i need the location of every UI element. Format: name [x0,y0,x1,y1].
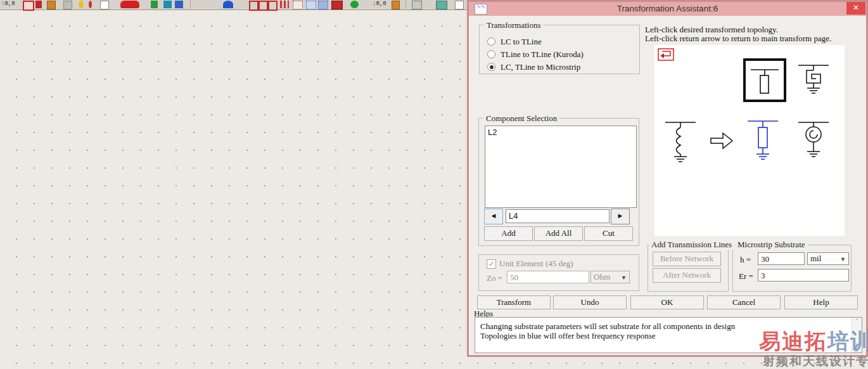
helps-line1: Changing substrate parameters will set s… [480,321,735,332]
add-all-button[interactable]: Add All [534,226,583,241]
toolbar-icon-mesh-blue[interactable] [318,1,328,10]
before-network-button[interactable]: Before Network [653,252,721,266]
transformations-group-label: Transformations [484,20,543,30]
instructions-line2: Left-click return arrow to return to mai… [645,34,831,44]
topology-panel [654,45,845,236]
right-arrow-icon: ► [617,212,624,219]
chevron-down-icon: ▼ [840,254,846,264]
zo-unit-dropdown[interactable]: Ohm ▼ [590,271,630,283]
topology-open-stub-selected[interactable] [743,58,786,102]
zo-unit-value: Ohm [594,272,610,282]
component-name-input[interactable]: L4 [506,209,610,223]
topology-microstrip-stub-blue[interactable] [746,115,779,165]
topology-spiral-inductor[interactable] [797,116,830,164]
toolbar-separator [405,0,406,9]
cursor-coordinates: :0,0 [1,1,15,7]
h-unit-dropdown[interactable]: mil ▼ [807,252,849,265]
left-arrow-icon: ◄ [490,212,497,219]
next-component-button[interactable]: ► [611,209,630,224]
chevron-down-icon: ▼ [621,273,627,283]
toolbar-separator [190,0,191,9]
return-arrow-icon[interactable] [658,48,674,61]
transformation-assistant-dialog: ∿∿ Transformation Assistant:6 ✕ Transfor… [467,0,868,357]
toolbar-icon-plot[interactable] [436,1,447,10]
add-transmission-lines-label: Add Transmission Lines [649,240,734,250]
component-listbox[interactable]: L2 [485,126,637,208]
radio-lc-tline-to-microstrip[interactable] [487,63,495,71]
toolbar-icon-page[interactable] [455,1,464,10]
component-selection-group-label: Component Selection [483,113,559,124]
toolbar-icon-display[interactable] [63,1,72,10]
radio-tline-to-tline-kuroda[interactable] [487,50,495,58]
er-label: Er = [739,271,753,282]
radio-lc-to-tline-label[interactable]: LC to TLine [501,37,542,47]
zo-input[interactable]: 50 [507,271,589,283]
toolbar-icon-stop[interactable] [120,1,139,8]
toolbar-icon-dotted-box[interactable] [293,1,303,10]
toolbar-icon-cylinder[interactable] [392,1,400,10]
h-unit-value: mil [810,254,821,263]
radio-lc-to-tline[interactable] [487,37,495,46]
cursor-coordinates: :0,0 [373,1,386,7]
toolbar-icon-cylinder[interactable] [47,1,56,10]
toolbar-icon-grid-red[interactable] [268,1,278,11]
add-button[interactable]: Add [484,226,533,241]
help-button[interactable]: Help [784,295,858,309]
er-input[interactable]: 3 [758,269,849,282]
after-network-button[interactable]: After Network [653,268,721,283]
toolbar-icon-globe[interactable] [223,1,233,8]
toolbar-icon-grid-red[interactable] [23,1,34,11]
toolbar-icon-grid-red[interactable] [249,1,258,11]
topology-shunt-inductor-source[interactable] [664,116,697,164]
toolbar-icon-blue[interactable] [175,1,183,8]
microstrip-substrate-label: Microstrip Substrate [735,240,808,250]
helps-line2: Topologies in blue will offer best frequ… [480,331,655,341]
scroll-up-icon: ⌃ [854,318,859,325]
cancel-button[interactable]: Cancel [707,295,781,309]
dialog-titlebar[interactable]: ∿∿ Transformation Assistant:6 ✕ [469,2,866,16]
close-icon[interactable]: ✕ [846,2,865,15]
application-window: Lumped Element Band-Pass Filter Design A… [0,0,868,369]
transform-arrow-icon [710,131,734,151]
undo-button[interactable]: Undo [553,295,627,309]
prev-component-button[interactable]: ◄ [484,209,503,224]
dialog-title: Transformation Assistant:6 [469,4,866,13]
h-input[interactable]: 30 [758,252,805,265]
toolbar-icon-dot[interactable] [89,1,92,8]
topology-square-spiral-stub[interactable] [797,60,830,100]
toolbar-icon-grid-red[interactable] [258,1,268,11]
radio-tline-to-tline-kuroda-label[interactable]: TLine to TLine (Kuroda) [501,49,584,60]
toolbar-icon-green-arrow[interactable] [151,1,158,8]
toolbar-icon-red-block[interactable] [35,1,42,8]
toolbar-icon-teal[interactable] [163,1,172,8]
component-list-item[interactable]: L2 [488,127,634,137]
transform-button[interactable]: Transform [477,295,551,309]
toolbar-icon-mesh-blue[interactable] [306,1,316,10]
toolbar-icon-green-circle[interactable] [350,1,359,8]
radio-lc-tline-to-microstrip-label[interactable]: LC, TLine to Microstrip [501,62,580,72]
toolbar-icon-red-dots[interactable] [280,1,289,8]
helps-scrollbar[interactable]: ⌃ [852,318,862,353]
cut-button[interactable]: Cut [584,226,633,241]
zo-label: Zo = [487,273,502,283]
helps-textarea[interactable]: Changing substrate parameters will set s… [475,317,862,353]
h-label: h = [740,255,751,265]
toolbar-icon-pin[interactable] [79,1,84,8]
toolbar-icon-monitor[interactable] [412,1,422,10]
unit-element-label: Unit Element (45 deg) [499,259,573,269]
toolbar-icon-klm[interactable] [331,1,343,10]
ok-button[interactable]: OK [630,295,704,309]
toolbar-icon-page[interactable] [100,1,109,10]
unit-element-checkbox[interactable]: ✓ [487,259,496,269]
